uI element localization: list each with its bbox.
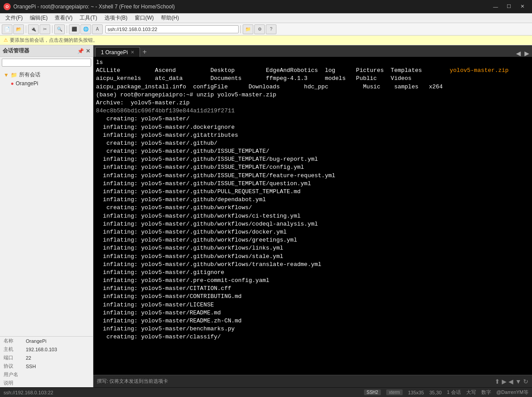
sidebar-close-button[interactable]: ✕ (86, 48, 90, 54)
terminal-line: inflating: yolov5-master/.gitattributes (96, 131, 529, 139)
terminal-line: inflating: yolov5-master/.gitignore (96, 269, 529, 277)
terminal-line: inflating: yolov5-master/.github/workflo… (96, 212, 529, 220)
terminal-output[interactable]: ls ACLLite Ascend Desktop EdgeAndRobotic… (93, 57, 532, 375)
input-refresh-button[interactable]: ↻ (523, 378, 528, 385)
menu-tabs[interactable]: 选项卡(B) (101, 13, 131, 23)
add-tab-button[interactable]: + (140, 48, 149, 56)
sidebar: 会话管理器 📌 ✕ ▼ 📁 所有会话 ● OrangePi 名称 OrangeP (0, 45, 93, 387)
terminal-line: aicpu_kernels atc_data Documents ffmpeg-… (96, 75, 529, 83)
terminal-line: inflating: yolov5-master/CONTRIBUTING.md (96, 293, 529, 301)
connect-button[interactable]: 🔌 (28, 24, 39, 34)
terminal-button[interactable]: ⬛ (69, 24, 80, 34)
help-button[interactable]: ? (266, 24, 276, 34)
prop-protocol: 协议 SSH (0, 362, 93, 370)
terminal-line: (base) root@orangepiaipro:~# unzip yolov… (96, 91, 529, 99)
tab-orangepi[interactable]: 1 OrangePi ✕ (95, 47, 140, 57)
terminal-line: inflating: yolov5-master/.github/dependa… (96, 196, 529, 204)
terminal-line: inflating: yolov5-master/.github/workflo… (96, 220, 529, 228)
input-arrow-down[interactable]: ▼ (515, 378, 521, 385)
sidebar-header: 会话管理器 📌 ✕ (0, 45, 93, 57)
prop-username: 用户名 (0, 370, 93, 379)
input-hint: 撰写: 仅将文本发送到当前选项卡 (97, 378, 495, 385)
tab-nav-next[interactable]: ▶ (524, 50, 530, 57)
terminal-line: inflating: yolov5-master/.github/ISSUE_T… (96, 163, 529, 171)
tab-navigation: ◀ ▶ (515, 50, 530, 57)
cursor-position: 35,30 (429, 390, 442, 395)
prop-protocol-value: SSH (26, 364, 89, 369)
session-label: OrangePi (16, 80, 38, 87)
info-text: 要添加当前会话，点击左侧的箭头按钮。 (10, 37, 98, 44)
disconnect-button[interactable]: ✂ (40, 24, 50, 34)
close-button[interactable]: ✕ (516, 0, 528, 13)
terminal-line: creating: yolov5-master/ (96, 115, 529, 123)
user-info: @DarrenYM等 (496, 389, 528, 396)
xterm-badge: xterm (386, 389, 403, 395)
terminal-line: creating: yolov5-master/.github/ (96, 139, 529, 147)
menu-edit[interactable]: 编辑(E) (26, 13, 51, 23)
folder-expand-icon: ▼ (4, 72, 9, 78)
prop-desc: 说明 (0, 379, 93, 387)
tree-root-all-sessions[interactable]: ▼ 📁 所有会话 (0, 70, 93, 79)
address-bar[interactable] (105, 25, 239, 33)
prop-name: 名称 OrangePi (0, 337, 93, 345)
open-session-button[interactable]: 📂 (13, 24, 24, 34)
prop-port-label: 端口 (4, 354, 26, 361)
terminal-size: 135x35 (408, 390, 424, 395)
prop-port-value: 22 (26, 355, 89, 361)
num-lock-indicator: 数字 (481, 389, 491, 396)
sftp-button[interactable]: 📁 (243, 24, 253, 34)
terminal-line: inflating: yolov5-master/.github/ISSUE_T… (96, 180, 529, 188)
terminal-line: inflating: yolov5-master/.dockerignore (96, 123, 529, 131)
terminal-line: inflating: yolov5-master/README.md (96, 309, 529, 317)
toolbar-separator-1 (26, 25, 26, 33)
session-item-orangepi[interactable]: ● OrangePi (0, 79, 93, 87)
menubar: 文件(F) 编辑(E) 查看(V) 工具(T) 选项卡(B) 窗口(W) 帮助(… (0, 13, 532, 23)
terminal-line: inflating: yolov5-master/.github/ISSUE_T… (96, 155, 529, 163)
globe-button[interactable]: 🌐 (80, 24, 91, 34)
minimize-button[interactable]: — (489, 0, 502, 13)
terminal-line: inflating: yolov5-master/.github/ISSUE_T… (96, 172, 529, 180)
warning-icon: ⚠ (4, 37, 8, 43)
terminal-content: 1 OrangePi ✕ + ◀ ▶ ls ACLLite Ascend Des… (93, 45, 532, 387)
tree-root-label: 所有会话 (19, 71, 40, 79)
sidebar-search-container (0, 57, 93, 68)
prop-protocol-label: 协议 (4, 363, 26, 369)
terminal-line: ls (96, 59, 529, 67)
menu-tools[interactable]: 工具(T) (76, 13, 100, 23)
menu-view[interactable]: 查看(V) (51, 13, 76, 23)
input-arrow-right[interactable]: ▶ (502, 378, 507, 385)
menu-file[interactable]: 文件(F) (2, 13, 26, 23)
terminal-line: creating: yolov5-master/.github/ISSUE_TE… (96, 147, 529, 155)
sidebar-title: 会话管理器 (3, 47, 29, 55)
find-button[interactable]: 🔍 (54, 24, 65, 34)
font-button[interactable]: A (92, 24, 103, 34)
menu-help[interactable]: 帮助(H) (157, 13, 183, 23)
menu-window[interactable]: 窗口(W) (131, 13, 157, 23)
input-arrow-left[interactable]: ◀ (508, 378, 513, 385)
toolbar: 📄 📂 🔌 ✂ 🔍 ⬛ 🌐 A 📁 ⚙ ? (0, 23, 532, 36)
properties-panel: 名称 OrangePi 主机 192.168.0.103 端口 22 协议 SS… (0, 336, 93, 387)
terminal-line: inflating: yolov5-master/.github/workflo… (96, 261, 529, 269)
session-tree: ▼ 📁 所有会话 ● OrangePi (0, 68, 93, 336)
folder-icon: 📁 (11, 72, 17, 78)
tab-close-button[interactable]: ✕ (131, 50, 134, 55)
tab-bar: 1 OrangePi ✕ + ◀ ▶ (93, 45, 532, 57)
toolbar-separator-2 (52, 25, 52, 33)
new-session-button[interactable]: 📄 (2, 24, 12, 34)
sidebar-pin-button[interactable]: 📌 (77, 48, 84, 54)
terminal-line: aicpu_package_install.info configFile Do… (96, 83, 529, 91)
prop-desc-label: 说明 (4, 380, 26, 386)
settings-button[interactable]: ⚙ (254, 24, 265, 34)
sidebar-search-input[interactable] (2, 59, 91, 67)
terminal-line: inflating: yolov5-master/CITATION.cff (96, 285, 529, 293)
terminal-line: inflating: yolov5-master/.github/workflo… (96, 228, 529, 236)
titlebar: O OrangePi - root@orangepiaipro: ~ - Xsh… (0, 0, 532, 13)
session-count: 1 会话 (447, 389, 461, 396)
ssh-badge: SSH2 (364, 389, 381, 395)
tab-nav-prev[interactable]: ◀ (515, 50, 522, 57)
input-bar: 撰写: 仅将文本发送到当前选项卡 ⬆ ▶ ◀ ▼ ↻ (93, 375, 532, 387)
input-expand-button[interactable]: ⬆ (495, 378, 500, 385)
prop-username-label: 用户名 (4, 371, 26, 378)
maximize-button[interactable]: ☐ (503, 0, 515, 13)
terminal-line: inflating: yolov5-master/.github/PULL_RE… (96, 188, 529, 196)
